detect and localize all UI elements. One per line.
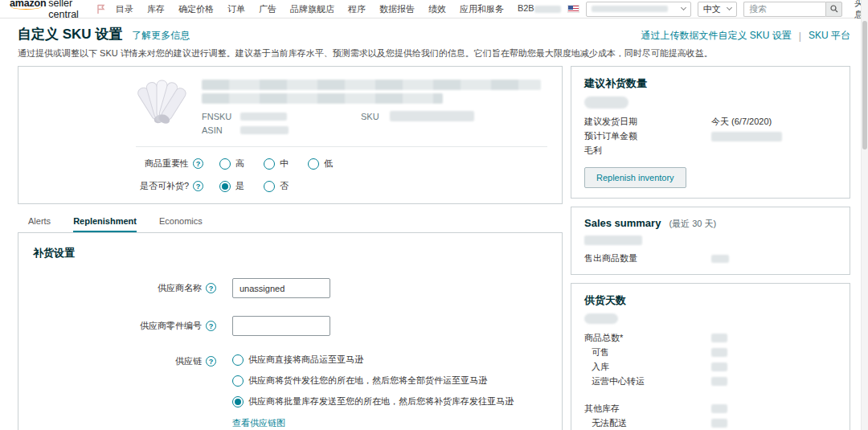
nav-item-b2b[interactable]: B2B xyxy=(518,3,534,15)
sku-label: SKU xyxy=(361,112,390,121)
dos-row-label: 入库 xyxy=(584,361,711,373)
learn-more-link[interactable]: 了解更多信息 xyxy=(132,29,190,43)
days-of-supply-card: 供货天数 商品总数* 可售 入库 运营中心转运 其他库存 无法配送 买家订单 xyxy=(571,283,850,430)
tab-replenishment[interactable]: Replenishment xyxy=(73,216,137,232)
scrollbar-thumb[interactable] xyxy=(862,21,867,149)
importance-row: 商品重要性 ? 高 中 低 xyxy=(33,158,547,170)
product-summary-panel: FNSKU SKU ASIN 商品重要性 ? xyxy=(18,66,563,204)
radio-icon[interactable] xyxy=(232,354,244,366)
product-image xyxy=(136,80,187,131)
supplier-part-row: 供应商零件编号 ? xyxy=(33,316,547,336)
tab-economics[interactable]: Economics xyxy=(159,216,203,232)
upload-file-customize-link[interactable]: 通过上传数据文件自定义 SKU 设置 xyxy=(641,29,792,43)
amazon-seller-central-logo[interactable]: amazon seller central xyxy=(10,0,79,20)
sku-platform-link[interactable]: SKU 平台 xyxy=(809,29,850,43)
supply-chain-option-via-you-all[interactable]: 供应商将货件发往您的所在地，然后您将全部货件运至亚马逊 xyxy=(232,375,514,387)
seller-central-logo-text: seller central xyxy=(48,0,79,20)
importance-option-label: 高 xyxy=(235,158,244,170)
asin-label: ASIN xyxy=(202,125,240,135)
replenishment-settings-panel: 补货设置 供应商名称 ? 供应商零件编号 ? 供应链 ? xyxy=(18,232,563,430)
nav-item-stores[interactable]: 品牌旗舰店 xyxy=(290,3,334,15)
primary-nav-menu: 目录 库存 确定价格 订单 广告 品牌旗舰店 程序 数据报告 绩效 应用和服务 … xyxy=(116,3,534,15)
importance-option-medium[interactable]: 中 xyxy=(264,158,289,170)
language-dropdown[interactable]: 中文 xyxy=(698,2,737,17)
sales-details: 售出商品数量 xyxy=(584,252,837,264)
nav-item-orders[interactable]: 订单 xyxy=(227,3,245,15)
supply-chain-option-label: 供应商将批量库存发送至您的所在地，然后您将补货库存发往亚马逊 xyxy=(248,395,514,407)
question-circle-icon[interactable]: ? xyxy=(206,321,216,331)
vertical-scrollbar[interactable] xyxy=(861,0,868,430)
us-flag-icon xyxy=(567,5,579,13)
replenishable-option-yes[interactable]: 是 xyxy=(219,180,244,192)
total-units-label: 商品总数* xyxy=(584,332,711,344)
radio-selected-icon[interactable] xyxy=(219,181,231,192)
sales-card-period: (最近 30 天) xyxy=(669,218,716,230)
radio-icon[interactable] xyxy=(232,375,244,387)
dos-row-label: 可售 xyxy=(584,346,711,358)
top-nav-right-controls: 中文 买家消息 帮助 设置 xyxy=(534,0,868,21)
importance-option-label: 中 xyxy=(280,158,289,170)
right-column: 建议补货数量 建议发货日期 今天 (6/7/2020) 预计订单金额 毛利 Re… xyxy=(571,66,850,430)
supply-chain-label-cell: 供应链 ? xyxy=(33,355,216,367)
tab-alerts[interactable]: Alerts xyxy=(28,216,51,232)
redacted-account-name xyxy=(534,6,562,13)
importance-label-cell: 商品重要性 ? xyxy=(33,158,203,170)
nav-item-catalog[interactable]: 目录 xyxy=(116,3,133,15)
question-circle-icon[interactable]: ? xyxy=(193,181,203,191)
replenishable-option-no[interactable]: 否 xyxy=(264,180,289,192)
search-input[interactable] xyxy=(743,2,825,17)
question-circle-icon[interactable]: ? xyxy=(193,158,203,169)
redacted-available xyxy=(711,348,727,357)
supply-chain-row: 供应链 ? 供应商直接将商品运至亚马逊 供应商将货件发往您的所在地，然后您将全部… xyxy=(33,354,547,429)
product-identifiers: FNSKU SKU ASIN xyxy=(202,111,547,135)
marketplace-switcher-dropdown[interactable] xyxy=(586,2,690,17)
ship-date-value: 今天 (6/7/2020) xyxy=(711,116,837,128)
sales-summary-card: Sales summary (最近 30 天) 售出商品数量 xyxy=(571,207,850,275)
supply-chain-label: 供应链 xyxy=(175,355,202,367)
page-header: 自定义 SKU 设置 了解更多信息 通过上传数据文件自定义 SKU 设置 | S… xyxy=(0,18,868,43)
nav-item-pricing[interactable]: 确定价格 xyxy=(178,3,214,15)
dos-row-label: 无法配送 xyxy=(584,417,711,429)
nav-item-performance[interactable]: 绩效 xyxy=(428,3,446,15)
importance-option-high[interactable]: 高 xyxy=(219,158,244,170)
nav-item-reports[interactable]: 数据报告 xyxy=(379,3,415,15)
supply-chain-option-direct[interactable]: 供应商直接将商品运至亚马逊 xyxy=(232,354,514,366)
supplier-part-input[interactable] xyxy=(232,316,330,336)
nav-item-advertising[interactable]: 广告 xyxy=(259,3,276,15)
question-circle-icon[interactable]: ? xyxy=(206,356,216,367)
chevron-down-icon xyxy=(727,5,732,10)
supplier-part-label-cell: 供应商零件编号 ? xyxy=(33,320,216,332)
radio-selected-icon[interactable] xyxy=(232,396,244,407)
replenishable-options: 是 否 xyxy=(219,180,289,192)
radio-icon[interactable] xyxy=(219,158,231,170)
flag-icon[interactable] xyxy=(96,4,106,14)
supplier-name-input[interactable] xyxy=(232,278,330,298)
global-search xyxy=(743,2,842,17)
radio-icon[interactable] xyxy=(264,181,275,192)
supply-chain-option-bulk[interactable]: 供应商将批量库存发送至您的所在地，然后您将补货库存发往亚马逊 xyxy=(232,395,514,407)
recommended-replenishment-card: 建议补货数量 建议发货日期 今天 (6/7/2020) 预计订单金额 毛利 Re… xyxy=(571,66,850,199)
main-content: FNSKU SKU ASIN 商品重要性 ? xyxy=(0,66,868,430)
page-subtitle: 通过提供或调整以下 SKU 详情来对您的建议进行调整。建议基于当前库存水平、预测… xyxy=(0,43,868,66)
radio-icon[interactable] xyxy=(308,158,319,170)
sales-card-header: Sales summary (最近 30 天) xyxy=(584,217,837,230)
nav-item-inventory[interactable]: 库存 xyxy=(147,3,165,15)
recommendation-details: 建议发货日期 今天 (6/7/2020) 预计订单金额 毛利 xyxy=(584,116,837,157)
supplier-name-row: 供应商名称 ? xyxy=(33,278,547,298)
importance-option-low[interactable]: 低 xyxy=(308,158,333,170)
view-supply-chain-link[interactable]: 查看供应链图 xyxy=(232,417,514,429)
redacted-unfulfillable xyxy=(711,419,727,428)
redacted-product-title-line2 xyxy=(202,93,443,104)
other-inventory-breakdown: 其他库存 无法配送 买家订单 运营中心处理 xyxy=(584,403,837,430)
supply-chain-options: 供应商直接将商品运至亚马逊 供应商将货件发往您的所在地，然后您将全部货件运至亚马… xyxy=(232,354,514,429)
question-circle-icon[interactable]: ? xyxy=(206,283,216,293)
nav-item-apps-services[interactable]: 应用和服务 xyxy=(460,3,504,15)
radio-icon[interactable] xyxy=(264,158,275,170)
nav-item-programs[interactable]: 程序 xyxy=(348,3,366,15)
redacted-days-of-supply xyxy=(584,313,618,324)
replenish-inventory-button[interactable]: Replenish inventory xyxy=(584,167,686,188)
margin-label: 毛利 xyxy=(584,145,711,157)
detail-tabs: Alerts Replenishment Economics xyxy=(28,216,563,232)
left-column: FNSKU SKU ASIN 商品重要性 ? xyxy=(18,66,563,430)
search-button[interactable] xyxy=(825,2,842,17)
